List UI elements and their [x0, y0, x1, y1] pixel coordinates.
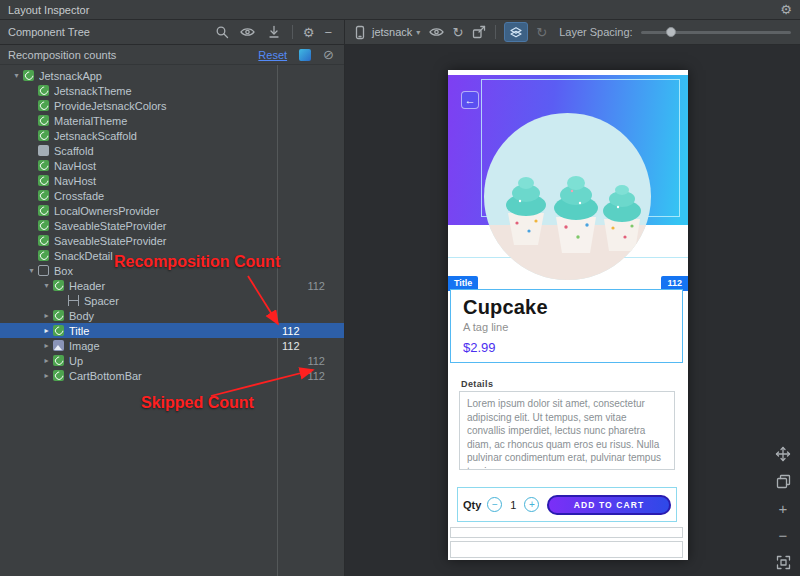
- settings-gear-icon[interactable]: ⚙: [780, 3, 792, 16]
- back-button[interactable]: ←: [461, 91, 479, 109]
- cupcake-photo[interactable]: [484, 113, 651, 280]
- tree-row[interactable]: ▸ Up 112: [0, 353, 344, 368]
- tree-row[interactable]: ProvideJetsnackColors: [0, 98, 344, 113]
- reset-counts-link[interactable]: Reset: [258, 49, 287, 61]
- compose-node-icon: [38, 175, 49, 186]
- tree-row[interactable]: ▸ CartBottomBar 112: [0, 368, 344, 383]
- compose-node-icon: [38, 205, 49, 216]
- compose-node-icon: [53, 310, 64, 321]
- disable-recomposition-counts-icon[interactable]: ⊘: [323, 48, 334, 61]
- tree-node-label: MaterialTheme: [54, 115, 276, 127]
- add-to-cart-button[interactable]: ADD TO CART: [547, 495, 671, 515]
- tree-node-label: ProvideJetsnackColors: [54, 100, 276, 112]
- expand-arrow-icon[interactable]: ▸: [40, 371, 53, 380]
- title-card[interactable]: Cupcake A tag line $2.99: [450, 289, 683, 363]
- spacer-node-icon: [68, 295, 79, 306]
- tree-node-label: Header: [69, 280, 276, 292]
- tree-row[interactable]: Crossfade: [0, 188, 344, 203]
- tree-row[interactable]: Scaffold: [0, 143, 344, 158]
- toggle-3d-mode-button[interactable]: [504, 22, 528, 42]
- layer-spacing-slider[interactable]: [641, 25, 791, 39]
- recomposition-highlight-color-icon[interactable]: [299, 49, 311, 61]
- recomposition-counts-bar: Recomposition counts Reset ⊘: [0, 45, 344, 65]
- panel-title: Component Tree: [8, 26, 90, 38]
- tree-row[interactable]: NavHost: [0, 158, 344, 173]
- fit-to-screen-icon[interactable]: [774, 553, 792, 571]
- qty-decrease-button[interactable]: −: [487, 497, 502, 512]
- compose-node-icon: [38, 190, 49, 201]
- compose-node-icon: [38, 250, 49, 261]
- tree-row[interactable]: SaveableStateProvider: [0, 218, 344, 233]
- expand-arrow-icon[interactable]: ▾: [40, 281, 53, 290]
- toolbar-row: Component Tree ⚙ −: [0, 20, 800, 45]
- zoom-out-icon[interactable]: −: [774, 526, 792, 544]
- device-screenshot[interactable]: ←: [448, 70, 688, 560]
- tree-node-label: Body: [69, 310, 276, 322]
- slider-track: [641, 31, 791, 34]
- title-bar: Layout Inspector ⚙: [0, 0, 800, 20]
- tree-row[interactable]: JetsnackTheme: [0, 83, 344, 98]
- tree-node-label: Crossfade: [54, 190, 276, 202]
- expand-arrow-icon[interactable]: ▾: [10, 71, 23, 80]
- tree-row[interactable]: ▾ Header 112: [0, 278, 344, 293]
- tree-node-label: LocalOwnersProvider: [54, 205, 276, 217]
- compose-node-icon: [38, 130, 49, 141]
- skipped-count: 112: [302, 355, 344, 367]
- layer-spacing-thumb[interactable]: [666, 27, 676, 37]
- component-tree-panel: Recomposition counts Reset ⊘ ▾ JetsnackA…: [0, 45, 345, 576]
- zoom-in-icon[interactable]: +: [774, 499, 792, 517]
- tree-node-label: Up: [69, 355, 276, 367]
- visibility-eye-icon[interactable]: [240, 24, 256, 40]
- expand-arrow-icon[interactable]: ▸: [40, 341, 53, 350]
- export-snapshot-icon[interactable]: [471, 24, 487, 40]
- layers-icon[interactable]: [774, 472, 792, 490]
- reset-view-icon[interactable]: ↻: [536, 26, 547, 39]
- tree-row[interactable]: SaveableStateProvider: [0, 233, 344, 248]
- device-icon: [352, 24, 368, 40]
- tree-row[interactable]: ▸ Title 112: [0, 323, 344, 338]
- chevron-down-icon: ▾: [416, 28, 420, 37]
- component-tree-toolbar: Component Tree ⚙ −: [0, 20, 345, 44]
- expand-arrow-icon[interactable]: ▸: [40, 356, 53, 365]
- viewer-controls: + −: [774, 445, 792, 571]
- tree-node-label: JetsnackApp: [39, 70, 276, 82]
- product-tagline: A tag line: [463, 321, 682, 333]
- pan-mode-icon[interactable]: [774, 445, 792, 463]
- tree-node-label: Scaffold: [54, 145, 276, 157]
- hide-panel-icon[interactable]: −: [324, 26, 332, 39]
- tree-row[interactable]: ▾ JetsnackApp: [0, 68, 344, 83]
- placeholder-box: [450, 541, 683, 558]
- tree-row[interactable]: Spacer: [0, 293, 344, 308]
- expand-all-icon[interactable]: [266, 24, 282, 40]
- view-options-eye-icon[interactable]: [428, 24, 444, 40]
- tree-row[interactable]: ▸ Body: [0, 308, 344, 323]
- live-updates-icon[interactable]: ↻: [452, 26, 463, 39]
- expand-arrow-icon[interactable]: ▸: [40, 311, 53, 320]
- compose-node-icon: [53, 370, 64, 381]
- compose-node-icon: [38, 235, 49, 246]
- expand-arrow-icon[interactable]: ▾: [25, 266, 38, 275]
- compose-node-icon: [38, 115, 49, 126]
- expand-arrow-icon[interactable]: ▸: [40, 326, 53, 335]
- compose-node-icon: [23, 70, 34, 81]
- tree-node-label: JetsnackScaffold: [54, 130, 276, 142]
- tree-row[interactable]: ▸ Image 112: [0, 338, 344, 353]
- device-viewer: ←: [345, 45, 800, 576]
- tree-row[interactable]: LocalOwnersProvider: [0, 203, 344, 218]
- search-icon[interactable]: [214, 24, 230, 40]
- tree-node-label: JetsnackTheme: [54, 85, 276, 97]
- tree-row[interactable]: JetsnackScaffold: [0, 128, 344, 143]
- skipped-count: 112: [302, 370, 344, 382]
- qty-label: Qty: [463, 499, 481, 511]
- tree-node-label: CartBottomBar: [69, 370, 276, 382]
- qty-increase-button[interactable]: +: [524, 497, 539, 512]
- compose-node-icon: [38, 85, 49, 96]
- panel-options-gear-icon[interactable]: ⚙: [303, 26, 315, 39]
- product-price: $2.99: [463, 340, 682, 355]
- product-name: Cupcake: [463, 296, 682, 319]
- tree-row[interactable]: ▾ Box: [0, 263, 344, 278]
- process-selector[interactable]: jetsnack ▾: [352, 24, 420, 40]
- tree-row[interactable]: SnackDetail: [0, 248, 344, 263]
- tree-row[interactable]: NavHost: [0, 173, 344, 188]
- tree-row[interactable]: MaterialTheme: [0, 113, 344, 128]
